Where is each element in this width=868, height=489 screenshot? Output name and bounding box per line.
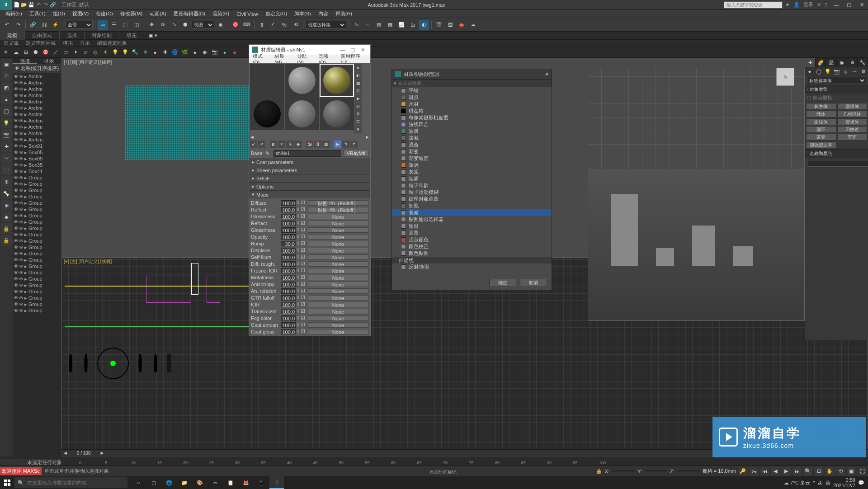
map-value[interactable]: 100.0 bbox=[281, 288, 296, 294]
snip-icon[interactable]: ✂ bbox=[208, 476, 222, 489]
slider-prev-icon[interactable]: ◄ bbox=[63, 450, 68, 456]
weather-widget[interactable]: ☁ 7°C 多云 bbox=[784, 480, 810, 486]
close-button[interactable]: ✕ bbox=[855, 0, 868, 10]
time-ruler[interactable]: 0510152025303540455055606570758085909510… bbox=[61, 456, 868, 465]
unlock-icon[interactable]: 🔓 bbox=[1, 235, 12, 246]
map-slot-button[interactable]: None bbox=[308, 309, 368, 314]
freeze-icon[interactable]: ❄ bbox=[19, 238, 24, 244]
freeze-icon[interactable]: ❄ bbox=[19, 74, 24, 80]
spinner-icon[interactable]: ⇕ bbox=[296, 322, 300, 328]
object-type-button[interactable]: 球体 bbox=[806, 111, 836, 118]
display-tab-icon[interactable]: 🖥 bbox=[847, 58, 858, 67]
browser-item[interactable]: 渐变坡度 bbox=[392, 155, 552, 162]
browser-item[interactable]: 衰减 bbox=[392, 209, 552, 216]
visibility-icon[interactable]: 👁 bbox=[14, 188, 18, 193]
dropper-icon[interactable]: ✎ bbox=[265, 150, 272, 156]
scene-item[interactable]: 👁❄▸ Group bbox=[13, 225, 61, 231]
render-online-button[interactable]: ☁ bbox=[468, 20, 478, 30]
hierarchy-tab-icon[interactable]: 品 bbox=[826, 58, 836, 67]
rollout-options[interactable]: ▸Options bbox=[249, 182, 370, 190]
freeze-icon[interactable]: ❄ bbox=[19, 137, 24, 143]
scene-header[interactable]: 👁 名称(按升序排序) bbox=[13, 64, 61, 73]
scene-item[interactable]: 👁❄▸ Box41 bbox=[13, 168, 61, 174]
browser-item[interactable]: 波浪 bbox=[392, 128, 552, 135]
freeze-icon[interactable]: ❄ bbox=[19, 124, 24, 130]
scene-item[interactable]: 👁❄▸ Group bbox=[13, 257, 61, 263]
object-type-button[interactable]: 管状体 bbox=[837, 118, 868, 125]
freeze-icon[interactable]: ❄ bbox=[19, 207, 24, 212]
subribbon-sim[interactable]: 模拟 bbox=[59, 39, 76, 47]
scene-item[interactable]: 👁❄▸ Archm bbox=[13, 86, 61, 92]
systems-icon[interactable]: ⚙ bbox=[859, 67, 868, 76]
map-slot-button[interactable]: None bbox=[308, 322, 368, 328]
sample-type-icon[interactable]: ● bbox=[354, 64, 362, 71]
patch-icon[interactable]: ▱ bbox=[81, 48, 90, 56]
map-value[interactable]: 100.0 bbox=[281, 248, 296, 253]
freeze-icon[interactable]: ❄ bbox=[19, 282, 24, 288]
scene-item[interactable]: 👁❄▸ Group bbox=[13, 263, 61, 269]
scene-item[interactable]: 👁❄▸ Group bbox=[13, 301, 61, 307]
visibility-icon[interactable]: 👁 bbox=[14, 226, 18, 231]
scene-tab-display[interactable]: 显示 bbox=[37, 58, 61, 64]
freeze-icon[interactable]: ❄ bbox=[19, 105, 24, 111]
map-value[interactable]: 100.0 bbox=[281, 207, 296, 212]
browser-close-button[interactable]: ✕ bbox=[545, 71, 549, 77]
undo-icon[interactable]: ↶ bbox=[35, 2, 42, 8]
visibility-icon[interactable]: 👁 bbox=[14, 124, 18, 130]
visibility-icon[interactable]: 👁 bbox=[14, 131, 18, 136]
map-checkbox[interactable]: ☑ bbox=[300, 274, 306, 280]
map-slot-button[interactable]: None bbox=[308, 268, 368, 273]
scene-item[interactable]: 👁❄▸ Group bbox=[13, 231, 61, 238]
select-object-button[interactable]: ▭ bbox=[98, 20, 108, 30]
keyboard-shortcut-button[interactable]: ⌨ bbox=[242, 20, 252, 30]
material-type-button[interactable]: VRayMtl bbox=[343, 150, 368, 157]
link-icon[interactable]: 🔗 bbox=[50, 2, 56, 8]
spinner-icon[interactable]: ⇕ bbox=[296, 261, 300, 267]
material-slot-5[interactable] bbox=[285, 97, 319, 130]
cortana-icon[interactable]: ▢ bbox=[146, 476, 161, 489]
freeze-icon[interactable]: ❄ bbox=[19, 295, 24, 301]
object-type-button[interactable]: 圆锥体 bbox=[837, 103, 868, 110]
scene-item[interactable]: 👁❄▸ Group bbox=[13, 238, 61, 244]
visibility-icon[interactable]: 👁 bbox=[14, 276, 18, 282]
filter-cam-icon[interactable]: 📷 bbox=[1, 129, 12, 140]
menu-rendering[interactable]: 渲染(R) bbox=[209, 10, 233, 18]
map-slot-button[interactable]: 贴图 #9（Falloff） bbox=[308, 207, 368, 212]
scene-item[interactable]: 👁❄▸ Group bbox=[13, 206, 61, 212]
map-value[interactable]: 100.0 bbox=[281, 261, 296, 267]
freeze-icon[interactable]: ❄ bbox=[19, 301, 24, 307]
maximize-button[interactable]: ▢ bbox=[843, 0, 855, 10]
freeze-icon[interactable]: ❄ bbox=[19, 118, 24, 124]
percent-snap-button[interactable]: % bbox=[279, 20, 289, 30]
freeze-icon[interactable]: ❄ bbox=[19, 257, 24, 263]
utilities-tab-icon[interactable]: 🔧 bbox=[858, 58, 868, 67]
line-icon[interactable]: ／ bbox=[52, 48, 60, 56]
visibility-icon[interactable]: 👁 bbox=[14, 112, 18, 117]
help-icon[interactable]: ? bbox=[825, 2, 827, 8]
map-value[interactable]: 100.0 bbox=[281, 315, 296, 321]
freeze-icon[interactable]: ❄ bbox=[19, 270, 24, 276]
subribbon-edit[interactable]: 编辑选定对象 bbox=[94, 39, 131, 47]
map-value[interactable]: 30.0 bbox=[281, 241, 296, 246]
browser-item[interactable]: 粒子运动模糊 bbox=[392, 189, 552, 196]
motion-tab-icon[interactable]: ◉ bbox=[837, 58, 847, 67]
map-slot-button[interactable]: None bbox=[308, 315, 368, 321]
unlink-button[interactable]: ⛓ bbox=[39, 20, 49, 30]
taskview-icon[interactable]: ○ bbox=[131, 476, 146, 489]
map-slot-button[interactable]: None bbox=[308, 282, 368, 287]
map-value[interactable]: 100.0 bbox=[281, 282, 296, 287]
map-slot-button[interactable]: None bbox=[308, 221, 368, 226]
select-name-button[interactable]: ☰ bbox=[109, 20, 119, 30]
align-button[interactable]: ≡ bbox=[363, 20, 373, 30]
sphere-particle-icon[interactable]: ● bbox=[151, 48, 159, 56]
menu-graph[interactable]: 图形编辑器(D) bbox=[170, 10, 209, 18]
help-search-input[interactable] bbox=[724, 2, 782, 8]
scene-item[interactable]: 👁❄▸ Group bbox=[13, 212, 61, 219]
material-slot-3[interactable] bbox=[320, 64, 354, 97]
spacewarps-icon[interactable]: 〰 bbox=[850, 67, 859, 76]
freeze-icon[interactable]: ❄ bbox=[19, 219, 24, 225]
rollout-brdf[interactable]: ▸BRDF bbox=[249, 174, 370, 182]
map-checkbox[interactable]: ☑ bbox=[300, 234, 306, 240]
browser-search-input[interactable] bbox=[398, 81, 552, 86]
scene-list[interactable]: 👁❄▸ Archm👁❄▸ Archm👁❄▸ Archm👁❄▸ Archm👁❄▸ … bbox=[13, 73, 61, 456]
